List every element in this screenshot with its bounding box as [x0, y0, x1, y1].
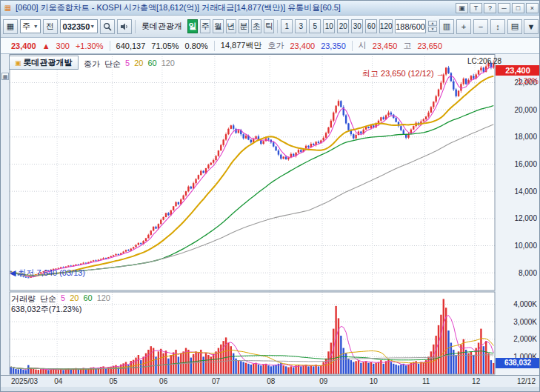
volume-bar	[473, 355, 474, 374]
category-select[interactable]: 주 ▼	[20, 19, 41, 33]
tab-stock-chart[interactable]: ▣ 롯데관광개발	[9, 56, 79, 70]
title-bar[interactable]: ▦ [0600] 키움종합차트 - KOSPI 시가총액[18,612(억)] …	[1, 1, 540, 16]
price-change: 300	[56, 41, 70, 50]
candle	[435, 96, 436, 102]
candle	[423, 119, 424, 122]
volume-bar	[323, 362, 324, 374]
prev-stock-button[interactable]: 전	[43, 19, 58, 34]
legend-ma60: 60	[147, 59, 156, 70]
period-month-button[interactable]: 월	[213, 19, 223, 33]
interval-120-button[interactable]: 120	[379, 19, 393, 33]
volume-bar	[407, 365, 409, 374]
candle	[213, 160, 214, 163]
x-axis-label: 07	[212, 377, 221, 385]
volume-bar	[430, 351, 432, 374]
interval-3-button[interactable]: 3	[295, 19, 307, 33]
interval-1-button[interactable]: 1	[281, 19, 293, 33]
more-icon[interactable]: ▼	[524, 19, 539, 34]
volume-bar	[85, 369, 87, 374]
candle	[175, 202, 176, 207]
candle	[438, 90, 439, 96]
maximize-icon[interactable]: □	[512, 3, 524, 13]
divider	[352, 41, 353, 51]
x-axis-label: 12	[472, 377, 481, 385]
zoom-in-icon[interactable]: +	[456, 19, 471, 34]
candle	[483, 67, 484, 72]
volume-legend: 거래량 단순 5 20 60 120	[11, 293, 110, 305]
interval-30-button[interactable]: 30	[351, 19, 363, 33]
speaker-icon[interactable]	[117, 19, 132, 34]
period-second-button[interactable]: 초	[251, 19, 261, 33]
drawing-tool-icon[interactable]: ▦	[1, 73, 9, 80]
zoom-out-icon[interactable]: −	[473, 19, 488, 34]
candle	[233, 125, 234, 129]
chart-tab-label: 롯데관광개발	[24, 57, 73, 68]
screen-copy-icon[interactable]: ▣	[456, 3, 468, 13]
candle	[115, 254, 116, 255]
candle	[145, 238, 147, 241]
volume-bar	[142, 356, 144, 374]
expand-icon[interactable]: ↕	[490, 19, 505, 34]
current-price-pct: 1.30%	[496, 77, 539, 85]
volume-axis-label: 4,000K	[513, 300, 537, 308]
period-day-button[interactable]: 일	[187, 19, 198, 33]
volume-bar	[375, 363, 376, 374]
volume-bar	[135, 358, 136, 374]
volume-bar	[35, 370, 36, 374]
candle	[305, 146, 307, 149]
candle	[195, 179, 196, 184]
bar-count-display[interactable]: 188/600	[395, 19, 426, 33]
low-annotation: ◀ 최저 7,640 (03/13)	[10, 268, 85, 279]
candle	[210, 163, 212, 165]
search-icon[interactable]	[100, 19, 115, 34]
step-up-icon[interactable]: ▲	[428, 21, 437, 26]
x-axis-label: 10	[370, 377, 379, 385]
volume-ma60: 60	[83, 293, 92, 305]
candle	[367, 127, 369, 128]
volume-ma120: 120	[97, 293, 110, 305]
interval-20-button[interactable]: 20	[337, 19, 349, 33]
chart-canvas[interactable]: 8,00010,00012,00014,00016,00018,00020,00…	[1, 54, 540, 387]
y-axis-label: 10,000	[514, 242, 537, 250]
volume-ma20: 20	[70, 293, 79, 305]
period-minute-button[interactable]: 분	[239, 19, 249, 33]
stock-code-input[interactable]: 032350 ▼	[60, 19, 99, 33]
help-icon[interactable]: ?	[484, 3, 496, 13]
step-down-icon[interactable]: ▼	[428, 27, 437, 32]
candle	[387, 113, 389, 116]
window-title: [0600] 키움종합차트 - KOSPI 시가총액[18,612(억)] 거래…	[16, 2, 453, 13]
period-week-button[interactable]: 주	[200, 19, 210, 33]
minimize-icon[interactable]: ─	[498, 3, 510, 13]
legend-ma20: 20	[134, 59, 143, 70]
chart-menu-icon[interactable]: ▦	[3, 19, 18, 34]
price-plot-bg	[10, 54, 495, 290]
candle	[198, 175, 199, 179]
volume-bar	[255, 363, 256, 374]
volume-bar	[443, 299, 444, 374]
period-year-button[interactable]: 년	[226, 19, 236, 33]
volume-bar	[378, 362, 379, 374]
volume-bar	[423, 363, 424, 374]
tools-icon[interactable]: ▤	[507, 19, 522, 34]
volume-bar	[313, 366, 314, 374]
volume-axis-label: 3,000K	[513, 318, 537, 326]
interval-5-button[interactable]: 5	[309, 19, 321, 33]
interval-10-button[interactable]: 10	[323, 19, 335, 33]
high-price: 23,650	[417, 41, 442, 50]
interval-60-button[interactable]: 60	[365, 19, 377, 33]
volume-bar	[193, 354, 194, 374]
close-icon[interactable]: ×	[526, 3, 539, 13]
bar-count-stepper[interactable]: ▲ ▼	[428, 21, 437, 32]
period-tick-button[interactable]: 틱	[264, 19, 274, 33]
candle	[298, 150, 299, 153]
candle	[82, 263, 84, 264]
volume-bar	[353, 362, 354, 374]
toolbar-icon[interactable]: T	[470, 3, 482, 13]
volume-bar	[283, 365, 284, 374]
volume-bar	[467, 353, 469, 374]
volume-bar	[338, 318, 339, 374]
chart-type-icon[interactable]: ▥	[439, 19, 454, 34]
volume-bar	[160, 349, 161, 374]
candle	[427, 113, 429, 117]
candle	[122, 252, 124, 253]
